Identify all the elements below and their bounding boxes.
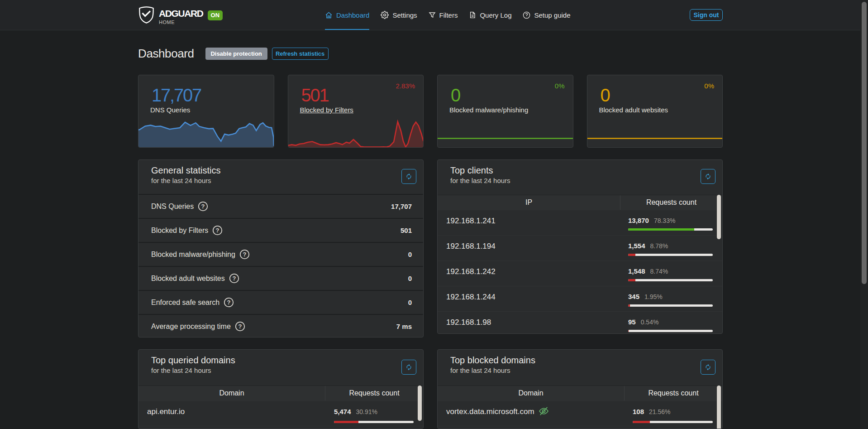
svg-text:?: ? bbox=[232, 275, 236, 282]
svg-text:?: ? bbox=[201, 203, 205, 210]
svg-text:?: ? bbox=[227, 299, 231, 306]
svg-text:?: ? bbox=[216, 227, 219, 234]
svg-text:?: ? bbox=[243, 251, 246, 258]
svg-text:?: ? bbox=[238, 323, 242, 330]
